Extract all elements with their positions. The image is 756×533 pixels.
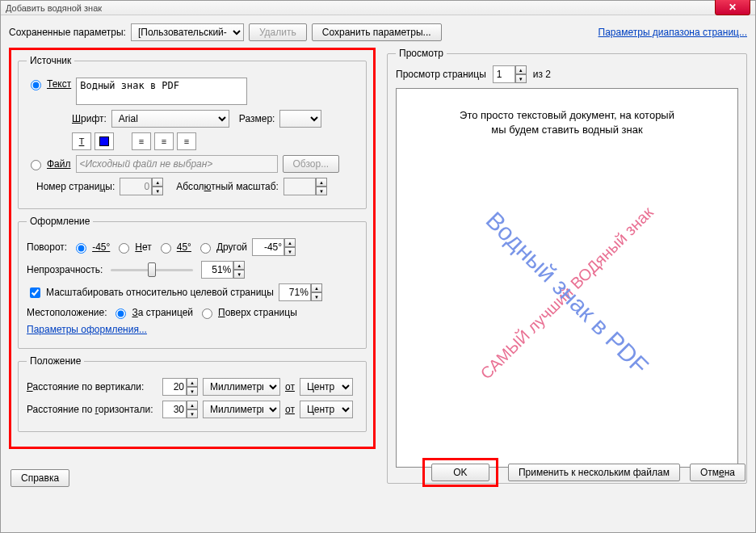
location-label: Местоположение: (27, 307, 107, 318)
spin-up-icon[interactable]: ▲ (233, 261, 245, 270)
rotation-label: Поворот: (27, 241, 67, 253)
slider-thumb-icon[interactable] (148, 262, 156, 277)
h-distance-spinner[interactable]: ▲▼ (162, 401, 198, 418)
spin-up-icon[interactable]: ▲ (187, 378, 198, 387)
underline-icon[interactable]: T (72, 132, 91, 150)
h-unit-select[interactable]: Миллиметры (203, 401, 280, 418)
spin-up-icon[interactable]: ▲ (515, 65, 527, 74)
top-toolbar: Сохраненные параметры: [Пользовательский… (9, 23, 747, 41)
dialog-title: Добавить водяной знак (6, 3, 102, 13)
file-radio[interactable] (31, 160, 41, 170)
file-radio-label[interactable]: Файл (27, 157, 71, 170)
rot-p45-label[interactable]: 45° (157, 241, 191, 254)
spin-up-icon[interactable]: ▲ (284, 238, 296, 247)
spin-down-icon[interactable]: ▼ (515, 74, 527, 83)
loc-behind-radio[interactable] (116, 308, 126, 319)
scale-checkbox[interactable] (30, 287, 40, 298)
preview-page-spinner[interactable]: ▲▼ (493, 65, 527, 83)
bottom-right-buttons: OK Применить к нескольким файлам Отмена (422, 458, 746, 487)
preview-of-label: из 2 (533, 69, 551, 80)
watermark-text-input[interactable]: Водный знак в PDF (76, 78, 247, 105)
source-group: Источник Текст Водный знак в PDF Шрифт: (18, 55, 367, 209)
spin-down-icon[interactable]: ▼ (284, 247, 296, 256)
cancel-button[interactable]: Отмена (690, 464, 746, 481)
bottom-left-buttons: Справка (10, 469, 69, 487)
rot-other-radio[interactable] (200, 243, 211, 254)
text-radio[interactable] (31, 80, 41, 90)
scale-checkbox-label[interactable]: Масштабировать относительно целевой стра… (27, 285, 274, 300)
v-from-select[interactable]: Центр (300, 378, 353, 396)
preview-document-text: Это просто текстовый документ, на которы… (397, 108, 737, 137)
align-center-icon[interactable]: ≡ (154, 132, 174, 150)
page-number-spinner[interactable]: ▲▼ (120, 178, 163, 195)
spin-down-icon[interactable]: ▼ (311, 292, 322, 301)
close-button[interactable]: ✕ (715, 0, 750, 15)
spin-down-icon[interactable]: ▼ (187, 387, 198, 396)
v-distance-spinner[interactable]: ▲▼ (162, 378, 198, 396)
page-number-input[interactable] (120, 178, 152, 195)
text-color-icon[interactable] (94, 132, 114, 150)
opacity-input[interactable] (201, 261, 233, 279)
spin-up-icon[interactable]: ▲ (316, 178, 327, 187)
rot-other-input[interactable] (252, 238, 284, 256)
saved-presets-label: Сохраненные параметры: (9, 27, 126, 38)
loc-behind-label[interactable]: За страницей (111, 306, 193, 319)
scale-checkbox-text: Масштабировать относительно целевой стра… (46, 287, 274, 298)
position-group: Положение Расстояние по вертикали: ▲▼ Ми… (18, 355, 367, 432)
rot-none-radio[interactable] (119, 243, 129, 254)
v-unit-select[interactable]: Миллиметры (203, 378, 280, 396)
ok-button[interactable]: OK (431, 464, 489, 481)
text-radio-label[interactable]: Текст (27, 78, 71, 90)
h-distance-input[interactable] (162, 401, 187, 418)
h-from-select[interactable]: Центр (300, 401, 353, 418)
page-range-link[interactable]: Параметры диапазона страниц... (598, 27, 747, 38)
spin-down-icon[interactable]: ▼ (152, 187, 163, 195)
scale-spinner[interactable]: ▲▼ (279, 283, 322, 301)
spin-down-icon[interactable]: ▼ (316, 187, 327, 195)
close-icon: ✕ (729, 2, 737, 13)
align-right-icon[interactable]: ≡ (177, 132, 196, 150)
scale-input[interactable] (279, 283, 311, 301)
opacity-spinner[interactable]: ▲▼ (201, 261, 245, 279)
rot-m45-label[interactable]: -45° (72, 241, 110, 254)
save-preset-button[interactable]: Сохранить параметры... (312, 23, 442, 41)
abs-scale-spinner[interactable]: ▲▼ (284, 178, 327, 195)
dialog-window: Добавить водяной знак ✕ Сохраненные пара… (0, 0, 756, 533)
appearance-options-link[interactable]: Параметры оформления... (27, 324, 147, 335)
file-radio-text: Файл (47, 158, 71, 170)
appearance-group: Оформление Поворот: -45° Нет 45° Другой … (18, 216, 367, 349)
preview-page-input[interactable] (493, 65, 515, 83)
rot-p45-radio[interactable] (161, 243, 171, 254)
saved-presets-select[interactable]: [Пользовательский-не (131, 23, 244, 41)
rot-other-spinner[interactable]: ▲▼ (252, 238, 296, 256)
help-button[interactable]: Справка (10, 469, 69, 487)
font-select[interactable]: Arial (111, 110, 229, 128)
page-number-label: Номер страницы: (36, 181, 115, 192)
delete-preset-button[interactable]: Удалить (249, 23, 307, 41)
content-area: Сохраненные параметры: [Пользовательский… (1, 15, 755, 495)
size-label: Размер: (239, 113, 275, 124)
rot-m45-radio[interactable] (76, 243, 86, 254)
ok-highlight: OK (422, 458, 498, 487)
spin-down-icon[interactable]: ▼ (233, 270, 245, 279)
opacity-slider[interactable] (107, 261, 196, 279)
rot-none-label[interactable]: Нет (115, 241, 151, 254)
spin-up-icon[interactable]: ▲ (152, 178, 163, 187)
abs-scale-input[interactable] (284, 178, 316, 195)
align-left-icon[interactable]: ≡ (132, 132, 151, 150)
spin-up-icon[interactable]: ▲ (187, 401, 198, 409)
browse-button[interactable]: Обзор... (283, 155, 340, 173)
h-from-label: от (285, 404, 295, 415)
titlebar: Добавить водяной знак (1, 1, 755, 15)
file-path-display: <Исходный файл не выбран> (76, 155, 278, 173)
spin-up-icon[interactable]: ▲ (311, 283, 322, 292)
preview-group: Просмотр Просмотр страницы ▲▼ из 2 Это п… (387, 48, 747, 484)
rot-other-label[interactable]: Другой (196, 241, 247, 254)
size-select[interactable] (279, 110, 321, 128)
spin-down-icon[interactable]: ▼ (187, 409, 198, 418)
v-distance-label: Расстояние по вертикали: (27, 381, 158, 392)
v-distance-input[interactable] (162, 378, 187, 396)
loc-over-label[interactable]: Поверх страницы (198, 306, 297, 319)
apply-multiple-button[interactable]: Применить к нескольким файлам (508, 464, 680, 481)
loc-over-radio[interactable] (202, 308, 212, 319)
